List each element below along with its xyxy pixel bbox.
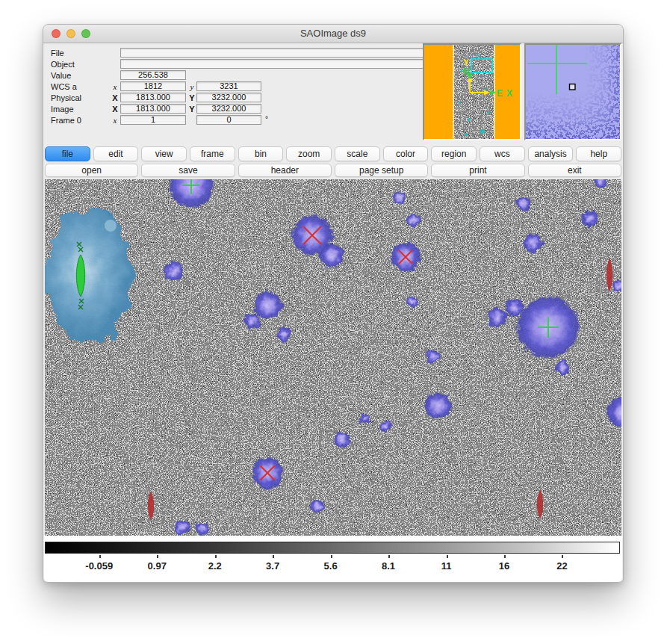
star-blob (196, 522, 209, 536)
file-field[interactable] (120, 48, 456, 58)
menu-button-header[interactable]: header (238, 164, 332, 177)
frame-label: Frame 0 (51, 116, 81, 125)
image-x-field[interactable]: 1813.000 (120, 104, 186, 114)
info-row-image: Image X 1813.000 Y 3232.000 (43, 104, 423, 115)
star-blob (334, 431, 350, 448)
menu-tab-scale[interactable]: scale (335, 146, 380, 161)
magnifier-pixel-cursor (570, 84, 576, 90)
star-blob (254, 291, 282, 320)
menu-bar: fileeditviewframebinzoomscalecolorregion… (45, 146, 621, 161)
star-blob (523, 233, 542, 253)
menu-button-print[interactable]: print (431, 164, 524, 177)
close-button[interactable] (52, 29, 60, 38)
object-field[interactable] (120, 59, 456, 69)
star-blob (424, 392, 451, 419)
image-label: Image (51, 105, 74, 114)
compass-x-label: X (506, 88, 512, 99)
menu-tab-wcs[interactable]: wcs (480, 146, 525, 161)
colorbar-tick-label: 3.7 (266, 560, 279, 572)
value-label: Value (51, 71, 71, 80)
colorbar-tick (331, 555, 332, 558)
menu-tab-file[interactable]: file (45, 146, 90, 161)
colorbar-tick-label: 16 (499, 560, 509, 572)
star-blob (516, 196, 531, 211)
panner[interactable]: Y N E X (423, 43, 521, 140)
info-row-frame: Frame 0 x 1 0 ° (43, 115, 423, 126)
menu-button-exit[interactable]: exit (528, 164, 621, 177)
colorbar-tick (215, 555, 217, 558)
frame-x-label: x (111, 116, 119, 125)
star-blob (243, 313, 260, 329)
window-title: SAOImage ds9 (43, 25, 623, 43)
colorbar-tick-label: 0.97 (148, 560, 167, 572)
info-row-object: Object (43, 59, 423, 70)
menu-tab-color[interactable]: color (383, 146, 429, 161)
star-blob (406, 296, 418, 308)
physical-x-label: X (111, 93, 119, 102)
wcs-label: WCS a (51, 82, 77, 91)
menu-tab-frame[interactable]: frame (190, 146, 235, 161)
wcs-y-field[interactable]: 3231 (196, 81, 261, 91)
colorbar-gradient[interactable] (45, 542, 620, 554)
colorbar-panel: -0.0590.972.23.75.68.1111622 (44, 536, 622, 582)
menu-tab-bin[interactable]: bin (238, 146, 284, 161)
star-blob (555, 360, 570, 375)
frame-x-field[interactable]: 1 (120, 115, 186, 125)
image-canvas[interactable] (45, 179, 621, 536)
star-blob (276, 326, 291, 341)
frame-angle-field[interactable]: 0 (196, 115, 261, 125)
menu-tab-analysis[interactable]: analysis (528, 146, 574, 161)
star-blob (310, 499, 325, 514)
degree-symbol: ° (265, 115, 268, 123)
star-blob (360, 413, 370, 424)
colorbar-tick (273, 555, 274, 558)
physical-y-label: Y (188, 93, 196, 102)
wcs-x-field[interactable]: 1812 (120, 81, 186, 91)
value-field[interactable]: 256.538 (120, 70, 186, 80)
star-blob (164, 261, 184, 281)
colorbar-tick (388, 555, 390, 558)
menu-button-save[interactable]: save (141, 164, 235, 177)
info-row-value: Value 256.538 (43, 70, 423, 81)
menu-tab-edit[interactable]: edit (93, 146, 139, 161)
colorbar-tick-label: 22 (556, 560, 567, 572)
desktop: SAOImage ds9 File Object Value 256.538 W… (0, 0, 664, 644)
menu-tab-region[interactable]: region (431, 146, 477, 161)
menu-tab-zoom[interactable]: zoom (286, 146, 332, 161)
star-blob (379, 420, 391, 432)
wcs-x-label: x (111, 82, 119, 91)
minimize-button[interactable] (66, 29, 75, 38)
object-label: Object (51, 60, 75, 69)
star-blob (175, 520, 190, 535)
noise-background (45, 179, 621, 536)
title-bar[interactable]: SAOImage ds9 (43, 25, 623, 43)
file-menu-bar: opensaveheaderpage setupprintexit (45, 164, 621, 177)
image-y-field[interactable]: 3232.000 (196, 104, 261, 114)
colorbar-tick-label: 8.1 (382, 560, 395, 572)
star-blob (506, 299, 524, 317)
info-row-file: File (43, 48, 423, 59)
info-row-wcs: WCS a x 1812 y 3231 (43, 81, 423, 93)
colorbar-tick (157, 555, 158, 558)
wcs-y-label: y (188, 82, 196, 91)
magnifier[interactable] (524, 43, 621, 140)
info-row-physical: Physical X 1813.000 Y 3232.000 (43, 93, 423, 104)
colorbar-tick-label: -0.059 (85, 560, 113, 572)
menu-tab-view[interactable]: view (141, 146, 187, 161)
physical-x-field[interactable]: 1813.000 (120, 93, 186, 102)
menu-button-open[interactable]: open (45, 164, 138, 177)
colorbar-tick (447, 555, 448, 558)
star-blob (320, 244, 344, 267)
colorbar-scale: -0.0590.972.23.75.68.1111622 (45, 555, 620, 580)
colorbar-tick-label: 5.6 (324, 560, 338, 572)
image-x-label: X (111, 105, 119, 114)
zoom-button[interactable] (81, 29, 90, 38)
physical-y-field[interactable]: 3232.000 (196, 93, 261, 102)
menu-button-page-setup[interactable]: page setup (335, 164, 428, 177)
ds9-window: SAOImage ds9 File Object Value 256.538 W… (43, 24, 624, 583)
physical-label: Physical (51, 93, 81, 102)
colorbar-tick-label: 2.2 (208, 560, 222, 572)
image-y-label: Y (188, 105, 196, 114)
menu-tab-help[interactable]: help (576, 146, 621, 161)
colorbar-tick (504, 555, 506, 558)
